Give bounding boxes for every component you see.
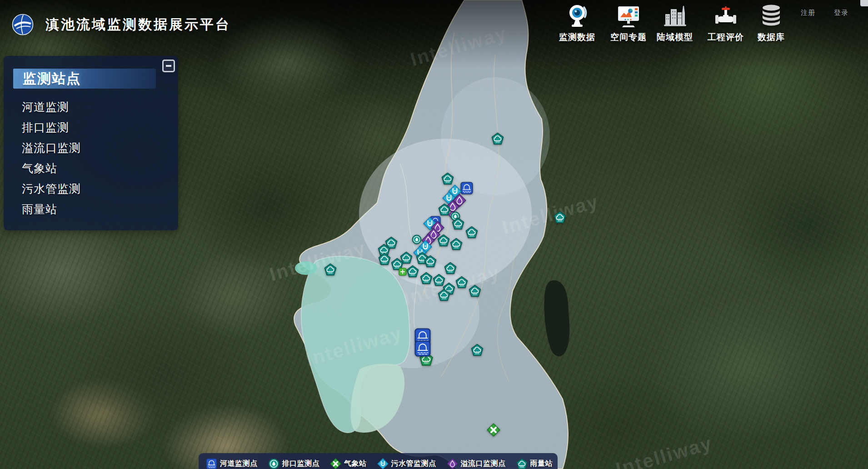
database-icon	[758, 3, 784, 29]
map-canvas[interactable]: IntelliwayIntelliwayIntelliwayIntelliway…	[0, 0, 868, 469]
map-marker-rain[interactable]	[324, 264, 337, 276]
legend-item-river[interactable]: 河道监测点	[206, 458, 258, 469]
map-marker-rain[interactable]	[492, 133, 504, 145]
rain-cloud-pentagon-icon	[516, 458, 528, 469]
legend-item-sewage[interactable]: 污水管监测点	[377, 458, 436, 469]
nav-item-spatial-theme[interactable]: 空间专题	[604, 3, 653, 43]
main-nav: 监测数据 空间专题	[0, 2, 868, 45]
nav-item-database[interactable]: 数据库	[746, 3, 796, 43]
cross-diamond-icon	[330, 458, 341, 469]
login-link[interactable]: 登录	[834, 9, 848, 17]
sidebar-item-river-monitoring[interactable]: 河道监测	[22, 97, 169, 117]
map-marker-rain[interactable]	[407, 265, 419, 278]
pipe-valve-icon	[713, 3, 738, 29]
sidebar-item-overflow-monitoring[interactable]: 溢流口监测	[22, 138, 169, 158]
buildings-icon	[662, 3, 688, 29]
map-marker-rain[interactable]	[554, 211, 566, 224]
top-bar: 滇池流域监测数据展示平台 监测数据	[0, 0, 868, 45]
sidebar-item-weather-station[interactable]: 气象站	[22, 158, 169, 179]
drop-diamond-icon	[447, 458, 458, 469]
minus-square-icon[interactable]	[162, 60, 175, 72]
map-marker-rain[interactable]	[469, 285, 481, 297]
map-marker-rain[interactable]	[456, 276, 468, 289]
legend-item-rain[interactable]: 雨量站	[516, 458, 553, 469]
bridge-square-icon	[206, 458, 217, 469]
register-link[interactable]: 注册	[801, 9, 815, 17]
map-marker-green-square[interactable]	[399, 268, 407, 276]
map-marker-rain[interactable]	[438, 234, 450, 247]
u-pipe-diamond-icon	[377, 458, 389, 469]
monitor-chart-icon	[616, 3, 641, 29]
map-marker-rain[interactable]	[471, 344, 484, 356]
legend-item-overflow[interactable]: 溢流口监测点	[447, 458, 506, 469]
legend-item-weather[interactable]: 气象站	[330, 458, 367, 469]
map-marker-river[interactable]	[414, 340, 431, 357]
sidebar-item-outlet-monitoring[interactable]: 排口监测	[22, 117, 169, 138]
map-marker-rain[interactable]	[438, 289, 450, 301]
map-marker-rain[interactable]	[420, 272, 433, 284]
panel-menu: 河道监测 排口监测 溢流口监测 气象站 污水管监测 雨量站	[22, 97, 169, 220]
nav-item-monitoring-data[interactable]: 监测数据	[552, 3, 602, 43]
sidebar-item-rain-station[interactable]: 雨量站	[22, 199, 169, 220]
sidebar-item-sewage-monitoring[interactable]: 污水管监测	[22, 179, 169, 199]
map-marker-rain[interactable]	[379, 253, 391, 265]
map-legend: 河道监测点 排口监测点 气象站 污水管监测点 溢流口监测点 雨量站	[199, 453, 558, 469]
map-marker-weather[interactable]	[487, 423, 500, 437]
nav-item-land-model[interactable]: 陆域模型	[650, 3, 700, 43]
nav-item-project-evaluation[interactable]: 工程评价	[701, 3, 751, 43]
map-marker-rain[interactable]	[452, 218, 464, 230]
map-marker-rain[interactable]	[444, 262, 457, 274]
panel-title-monitoring-stations[interactable]: 监测站点	[13, 69, 156, 89]
webcam-icon	[564, 3, 590, 29]
scrollbar-thumb[interactable]	[860, 0, 868, 6]
drop-circle-icon	[268, 458, 279, 469]
map-marker-rain[interactable]	[424, 255, 437, 268]
legend-item-outlet[interactable]: 排口监测点	[268, 458, 320, 469]
map-marker-rain[interactable]	[466, 226, 478, 239]
map-marker-rain[interactable]	[442, 173, 454, 185]
monitoring-stations-panel: 监测站点 河道监测 排口监测 溢流口监测 气象站 污水管监测 雨量站	[4, 56, 178, 230]
map-marker-river[interactable]	[460, 182, 473, 195]
map-marker-rain[interactable]	[450, 238, 463, 250]
